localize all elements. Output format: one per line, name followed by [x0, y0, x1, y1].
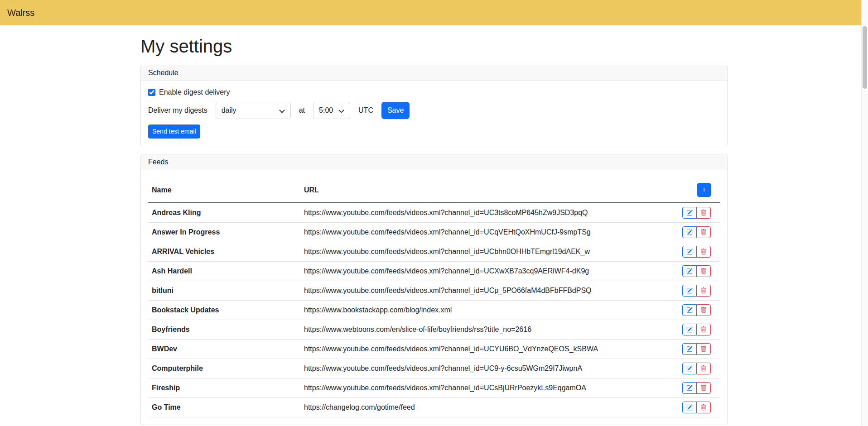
delete-feed-button[interactable]: [696, 324, 711, 335]
feed-name: Computerphile: [148, 359, 300, 378]
edit-feed-button[interactable]: [682, 226, 697, 238]
frequency-select[interactable]: daily: [216, 102, 291, 119]
pencil-square-icon: [686, 404, 693, 411]
column-header-name: Name: [148, 177, 300, 203]
feed-name: Andreas Kling: [148, 203, 300, 223]
table-row: Ash Hardell https://www.youtube.com/feed…: [148, 262, 720, 281]
feed-actions: [682, 363, 711, 374]
add-feed-button[interactable]: +: [697, 183, 711, 197]
delete-feed-button[interactable]: [696, 265, 711, 277]
feeds-card-body: Name URL + Andreas Kling https://www.you…: [141, 170, 727, 425]
feed-name: Fireship: [148, 378, 300, 398]
feed-name: ARRIVAL Vehicles: [148, 242, 300, 262]
schedule-card: Schedule Enable digest delivery Deliver …: [140, 65, 728, 146]
feeds-table: Name URL + Andreas Kling https://www.you…: [148, 177, 720, 417]
send-test-email-button[interactable]: Send test email: [148, 124, 200, 139]
trash-icon: [700, 385, 707, 391]
feed-actions: [682, 402, 711, 413]
edit-feed-button[interactable]: [682, 304, 697, 316]
feed-url: https://www.youtube.com/feeds/videos.xml…: [300, 281, 670, 301]
save-button[interactable]: Save: [381, 102, 410, 119]
pencil-square-icon: [686, 268, 693, 274]
at-label: at: [299, 106, 305, 115]
column-header-url: URL: [300, 177, 670, 203]
column-header-actions: +: [670, 177, 720, 203]
pencil-square-icon: [686, 229, 693, 235]
feed-name: Bookstack Updates: [148, 301, 300, 320]
table-row: Answer In Progress https://www.youtube.c…: [148, 223, 720, 242]
feeds-card: Feeds Name URL + Andreas Kling https://w…: [140, 154, 728, 425]
enable-digest-row: Enable digest delivery: [148, 88, 720, 96]
deliver-digests-label: Deliver my digests: [148, 106, 207, 115]
edit-feed-button[interactable]: [682, 324, 697, 335]
delete-feed-button[interactable]: [696, 285, 711, 297]
feed-actions: [682, 382, 711, 394]
delete-feed-button[interactable]: [696, 402, 711, 413]
feed-name: bitluni: [148, 281, 300, 301]
edit-feed-button[interactable]: [682, 207, 697, 219]
feed-url: https://www.youtube.com/feeds/videos.xml…: [300, 378, 670, 398]
trash-icon: [700, 249, 707, 255]
edit-feed-button[interactable]: [682, 382, 697, 394]
feeds-table-body: Andreas Kling https://www.youtube.com/fe…: [148, 203, 720, 417]
pencil-square-icon: [686, 307, 693, 313]
trash-icon: [700, 287, 707, 294]
edit-feed-button[interactable]: [682, 265, 697, 277]
pencil-square-icon: [686, 346, 693, 352]
trash-icon: [700, 307, 707, 313]
pencil-square-icon: [686, 210, 693, 216]
delete-feed-button[interactable]: [696, 226, 711, 238]
page-title: My settings: [140, 36, 728, 57]
edit-feed-button[interactable]: [682, 363, 697, 374]
app-window: Walrss My settings Schedule Enable diges…: [0, 0, 868, 426]
feed-name: Boyfriends: [148, 320, 300, 340]
feed-url: https://www.youtube.com/feeds/videos.xml…: [300, 359, 670, 378]
delete-feed-button[interactable]: [696, 363, 711, 374]
delivery-controls-row: Deliver my digests daily at 5:00 UTC Sav…: [148, 102, 720, 119]
timezone-label: UTC: [358, 106, 373, 115]
enable-digest-label[interactable]: Enable digest delivery: [159, 88, 230, 96]
enable-digest-checkbox[interactable]: [148, 89, 155, 96]
delete-feed-button[interactable]: [696, 304, 711, 316]
table-row: Go Time https://changelog.com/gotime/fee…: [148, 398, 720, 417]
feed-url: https://www.webtoons.com/en/slice-of-lif…: [300, 320, 670, 340]
pencil-square-icon: [686, 326, 693, 333]
feed-url: https://changelog.com/gotime/feed: [300, 398, 670, 417]
scrollbar-thumb[interactable]: [863, 26, 867, 89]
scrollbar[interactable]: [861, 0, 868, 426]
feed-name: Answer In Progress: [148, 223, 300, 242]
feeds-table-header-row: Name URL +: [148, 177, 720, 203]
pencil-square-icon: [686, 365, 693, 372]
feed-actions: [682, 343, 711, 355]
table-row: ARRIVAL Vehicles https://www.youtube.com…: [148, 242, 720, 262]
feed-name: BWDev: [148, 340, 300, 359]
feed-actions: [682, 265, 711, 277]
trash-icon: [700, 268, 707, 274]
pencil-square-icon: [686, 385, 693, 391]
table-row: bitluni https://www.youtube.com/feeds/vi…: [148, 281, 720, 301]
edit-feed-button[interactable]: [682, 402, 697, 413]
feed-url: https://www.youtube.com/feeds/videos.xml…: [300, 223, 670, 242]
edit-feed-button[interactable]: [682, 285, 697, 297]
delete-feed-button[interactable]: [696, 382, 711, 394]
navbar-brand[interactable]: Walrss: [7, 8, 34, 18]
time-select-value: 5:00: [319, 106, 333, 114]
pencil-square-icon: [686, 249, 693, 255]
trash-icon: [700, 326, 707, 333]
trash-icon: [700, 229, 707, 235]
feed-actions: [682, 304, 711, 316]
time-select[interactable]: 5:00: [313, 102, 350, 119]
delete-feed-button[interactable]: [696, 207, 711, 219]
delete-feed-button[interactable]: [696, 246, 711, 258]
feed-actions: [682, 324, 711, 335]
delete-feed-button[interactable]: [696, 343, 711, 355]
feed-name: Ash Hardell: [148, 262, 300, 281]
pencil-square-icon: [686, 287, 693, 294]
feed-actions: [682, 285, 711, 297]
feed-actions: [682, 207, 711, 219]
table-row: BWDev https://www.youtube.com/feeds/vide…: [148, 340, 720, 359]
edit-feed-button[interactable]: [682, 246, 697, 258]
table-row: Fireship https://www.youtube.com/feeds/v…: [148, 378, 720, 398]
edit-feed-button[interactable]: [682, 343, 697, 355]
table-row: Boyfriends https://www.webtoons.com/en/s…: [148, 320, 720, 340]
